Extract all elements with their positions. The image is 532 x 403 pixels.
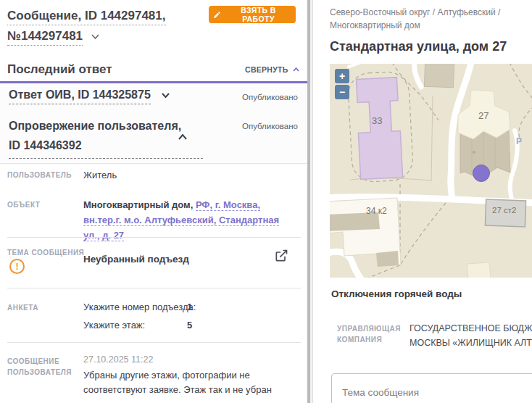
- object-label: ОБЪЕКТ: [7, 201, 40, 209]
- map-canvas[interactable]: 33 27 34 к2 27 ст2 P + −: [330, 64, 532, 278]
- scrollbar-thumb[interactable]: [307, 0, 310, 403]
- app-window: { "colors": { "accent_orange": "#F28C0F"…: [0, 0, 532, 403]
- message-title-line2: №144297481: [7, 29, 83, 46]
- message-title-line1: Сообщение, ID 144297481,: [7, 9, 166, 25]
- response-rebuttal-status: Опубликовано: [242, 122, 298, 130]
- response-rebuttal-title-line2: ID 144346392: [9, 136, 203, 159]
- map-graphics: [330, 64, 532, 278]
- chevron-up-icon[interactable]: [178, 130, 188, 144]
- chevron-down-icon: [91, 26, 100, 46]
- message-text-line1: Убраны другие этажи, фотографии не: [83, 370, 250, 381]
- external-link-icon[interactable]: [274, 249, 288, 266]
- user-message-label: СООБЩЕНИЕ ПОЛЬЗОВАТЕЛЯ: [7, 356, 72, 378]
- object-title: Стандартная улица, дом 27: [330, 39, 507, 54]
- take-to-work-button[interactable]: ВЗЯТЬ В РАБОТУ: [209, 6, 296, 23]
- message-title[interactable]: Сообщение, ID 144297481, №144297481: [7, 6, 203, 46]
- chevron-down-icon: [161, 88, 170, 101]
- survey-answer-2: 5: [187, 320, 192, 331]
- response-oiv-toggle[interactable]: Ответ ОИВ, ID 144325875: [9, 88, 170, 101]
- hot-water-heading[interactable]: Отключения горячей воды: [331, 288, 462, 299]
- topic-value: Неубранный подъезд: [83, 254, 189, 265]
- divider: [7, 237, 301, 238]
- company-value-line2: МОСКВЫ «ЖИЛИЩНИК АЛТУФЬЕВ: [410, 338, 532, 348]
- warning-icon: !: [9, 259, 25, 274]
- response-rebuttal-toggle[interactable]: Опровержение пользователя, ID 144346392: [9, 116, 203, 159]
- collapse-link[interactable]: СВЕРНУТЬ: [245, 65, 300, 74]
- last-answer-heading: Последний ответ: [7, 62, 112, 77]
- divider: [7, 288, 301, 288]
- topic-label: ТЕМА СООБЩЕНИЯ: [7, 249, 84, 257]
- response-rebuttal-title-line1: Опровержение пользователя,: [9, 120, 181, 132]
- user-message-label-line1: СООБЩЕНИЕ: [7, 357, 59, 365]
- company-label-line2: КОМПАНИЯ: [337, 336, 382, 344]
- user-message-label-line2: ПОЛЬЗОВАТЕЛЯ: [7, 368, 72, 376]
- collapse-label: СВЕРНУТЬ: [245, 65, 288, 74]
- message-text: Убраны другие этажи, фотографии не соотв…: [83, 368, 272, 397]
- company-value: ГОСУДАРСТВЕННОЕ БЮДЖЕТНОЕ У МОСКВЫ «ЖИЛИ…: [410, 321, 532, 350]
- user-value: Житель: [83, 170, 117, 180]
- map-label-building-34k2: 34 к2: [366, 206, 387, 216]
- object-type: Многоквартирный дом,: [83, 199, 193, 210]
- message-text-line2: соответствуют заявке. Этаж так и не убра…: [83, 384, 272, 395]
- user-label: ПОЛЬЗОВАТЕЛЬ: [7, 171, 72, 179]
- company-label-line1: УПРАВЛЯЮЩАЯ: [337, 325, 401, 333]
- breadcrumb[interactable]: Северо-Восточный округ / Алтуфьевский / …: [330, 6, 500, 32]
- object-value: Многоквартирный дом, РФ, г. Москва, вн.т…: [83, 197, 295, 243]
- map-label-building-27st2: 27 ст2: [492, 206, 516, 215]
- message-panel: Сообщение, ID 144297481, №144297481 ВЗЯТ…: [0, 0, 308, 403]
- message-timestamp: 27.10.2025 11:22: [83, 354, 153, 365]
- location-marker[interactable]: [473, 165, 490, 182]
- pencil-icon: [213, 11, 221, 19]
- chevron-up-icon: [292, 67, 300, 72]
- survey-question-1: Укажите номер подъезда:: [83, 302, 196, 312]
- map-label-building-33: 33: [372, 115, 382, 126]
- response-oiv-status: Опубликовано: [242, 93, 298, 101]
- company-value-line1: ГОСУДАРСТВЕННОЕ БЮДЖЕТНОЕ У: [410, 323, 532, 333]
- map-zoom-in-button[interactable]: +: [335, 69, 349, 83]
- parking-icon: P: [516, 136, 522, 146]
- survey-question-2: Укажите этаж:: [83, 320, 145, 331]
- company-label: УПРАВЛЯЮЩАЯ КОМПАНИЯ: [337, 323, 401, 345]
- survey-label: АНКЕТА: [7, 304, 38, 312]
- divider: [7, 342, 301, 343]
- map-label-building-27: 27: [478, 110, 489, 121]
- warning-glyph: !: [16, 262, 19, 272]
- map-zoom-out-button[interactable]: −: [335, 85, 349, 99]
- breadcrumb-line2: Многоквартирный дом: [330, 20, 420, 30]
- survey-answer-1: 1: [187, 302, 192, 312]
- breadcrumb-line1: Северо-Восточный округ / Алтуфьевский /: [330, 7, 500, 17]
- responses-block: Ответ ОИВ, ID 144325875 Опубликовано Опр…: [0, 83, 308, 164]
- take-to-work-label: ВЗЯТЬ В РАБОТУ: [225, 6, 291, 23]
- response-oiv-title: Ответ ОИВ, ID 144325875: [9, 88, 151, 104]
- topic-input[interactable]: [331, 373, 532, 403]
